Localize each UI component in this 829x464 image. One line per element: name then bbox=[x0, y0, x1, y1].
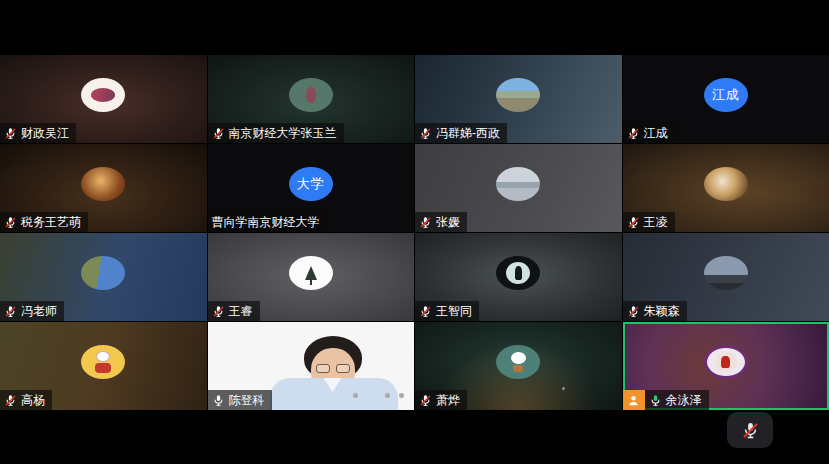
mic-muted-icon bbox=[627, 305, 640, 318]
mic-muted-icon bbox=[4, 216, 17, 229]
participant-tile[interactable]: 王凌 bbox=[623, 144, 829, 232]
participant-tile[interactable]: 冯老师 bbox=[0, 233, 207, 321]
tree-icon bbox=[305, 266, 317, 280]
avatar bbox=[704, 256, 748, 290]
participant-name: 王睿 bbox=[229, 305, 253, 317]
participant-tile[interactable]: 南京财经大学张玉兰 bbox=[208, 55, 415, 143]
participant-tile[interactable]: 税务王艺萌 bbox=[0, 144, 207, 232]
avatar bbox=[496, 345, 540, 379]
participant-label: 张媛 bbox=[415, 212, 467, 232]
participant-name: 税务王艺萌 bbox=[21, 216, 81, 228]
avatar bbox=[289, 78, 333, 112]
participant-name: 冯群娣-西政 bbox=[436, 127, 500, 139]
avatar-initials: 大学 bbox=[297, 175, 325, 193]
participant-label: 余泳泽 bbox=[623, 390, 709, 410]
mic-speaking-icon bbox=[649, 394, 662, 407]
avatar bbox=[496, 78, 540, 112]
university-seal-avatar bbox=[704, 345, 748, 379]
mic-toggle-button[interactable] bbox=[727, 412, 773, 448]
participant-tile[interactable]: 高杨 bbox=[0, 322, 207, 410]
mic-muted-icon bbox=[4, 127, 17, 140]
avatar bbox=[81, 256, 125, 290]
participant-name: 陈登科 bbox=[229, 394, 265, 406]
mic-muted-icon bbox=[212, 305, 225, 318]
moon-avatar bbox=[506, 262, 530, 284]
glasses bbox=[316, 364, 350, 373]
avatar: 大学 bbox=[289, 167, 333, 201]
participant-name: 张媛 bbox=[436, 216, 460, 228]
participant-label: 江成 bbox=[623, 123, 675, 143]
participant-name: 王智同 bbox=[436, 305, 472, 317]
avatar bbox=[81, 78, 125, 112]
participant-label: 朱颖森 bbox=[623, 301, 687, 321]
participant-tile[interactable]: 王睿 bbox=[208, 233, 415, 321]
mic-muted-icon bbox=[627, 127, 640, 140]
participant-label: 曹向学南京财经大学 bbox=[208, 212, 327, 232]
host-badge-icon bbox=[623, 390, 645, 410]
participant-name: 财政吴江 bbox=[21, 127, 69, 139]
participant-grid: 财政吴江 南京财经大学张玉兰 冯群娣-西政 江成 bbox=[0, 55, 829, 410]
participant-tile[interactable]: 江成 江成 bbox=[623, 55, 829, 143]
mic-on-icon bbox=[212, 394, 225, 407]
avatar bbox=[81, 345, 125, 379]
participant-label: 冯群娣-西政 bbox=[415, 123, 507, 143]
participant-tile[interactable]: 冯群娣-西政 bbox=[415, 55, 622, 143]
silhouette bbox=[515, 266, 522, 280]
participant-label: 南京财经大学张玉兰 bbox=[208, 123, 344, 143]
avatar-figure bbox=[306, 87, 316, 103]
mic-muted-icon bbox=[4, 305, 17, 318]
mic-muted-icon bbox=[627, 216, 640, 229]
participant-name: 萧烨 bbox=[436, 394, 460, 406]
participant-tile[interactable]: 大学 曹向学南京财经大学 bbox=[208, 144, 415, 232]
participant-tile[interactable]: 财政吴江 bbox=[0, 55, 207, 143]
participant-tile-video[interactable]: 陈登科 bbox=[208, 322, 415, 410]
cat-avatar bbox=[511, 352, 526, 364]
avatar: 江成 bbox=[704, 78, 748, 112]
mic-muted-icon bbox=[741, 421, 760, 440]
participant-name: 南京财经大学张玉兰 bbox=[229, 127, 337, 139]
avatar bbox=[496, 167, 540, 201]
participant-tile[interactable]: 王智同 bbox=[415, 233, 622, 321]
participant-label: 税务王艺萌 bbox=[0, 212, 88, 232]
participant-label: 王凌 bbox=[623, 212, 675, 232]
participant-name: 冯老师 bbox=[21, 305, 57, 317]
mic-muted-icon bbox=[419, 216, 432, 229]
participant-label: 萧烨 bbox=[415, 390, 467, 410]
cursor-dot bbox=[562, 387, 565, 390]
participant-tile[interactable]: 萧烨 bbox=[415, 322, 622, 410]
participant-label: 王智同 bbox=[415, 301, 479, 321]
avatar-cartoon bbox=[91, 88, 115, 102]
avatar bbox=[704, 167, 748, 201]
participant-tile-active-speaker[interactable]: 余泳泽 bbox=[623, 322, 829, 410]
participant-name: 王凌 bbox=[644, 216, 668, 228]
participant-label: 陈登科 bbox=[208, 390, 272, 410]
page-indicator-dots bbox=[353, 393, 404, 398]
avatar-initials: 江成 bbox=[712, 86, 740, 104]
avatar bbox=[496, 256, 540, 290]
avatar bbox=[81, 167, 125, 201]
meeting-window: 财政吴江 南京财经大学张玉兰 冯群娣-西政 江成 bbox=[0, 0, 829, 464]
participant-name: 余泳泽 bbox=[666, 394, 702, 406]
participant-name: 曹向学南京财经大学 bbox=[212, 216, 320, 228]
participant-label: 高杨 bbox=[0, 390, 52, 410]
mic-muted-icon bbox=[419, 127, 432, 140]
rabbit-avatar bbox=[96, 351, 110, 362]
participant-label: 冯老师 bbox=[0, 301, 64, 321]
participant-tile[interactable]: 张媛 bbox=[415, 144, 622, 232]
mic-muted-icon bbox=[212, 127, 225, 140]
mic-muted-icon bbox=[4, 394, 17, 407]
participant-tile[interactable]: 朱颖森 bbox=[623, 233, 829, 321]
mic-muted-icon bbox=[419, 394, 432, 407]
participant-label: 财政吴江 bbox=[0, 123, 76, 143]
participant-label: 王睿 bbox=[208, 301, 260, 321]
avatar bbox=[289, 256, 333, 290]
participant-name: 高杨 bbox=[21, 394, 45, 406]
participant-name: 朱颖森 bbox=[644, 305, 680, 317]
mic-muted-icon bbox=[419, 305, 432, 318]
participant-name: 江成 bbox=[644, 127, 668, 139]
